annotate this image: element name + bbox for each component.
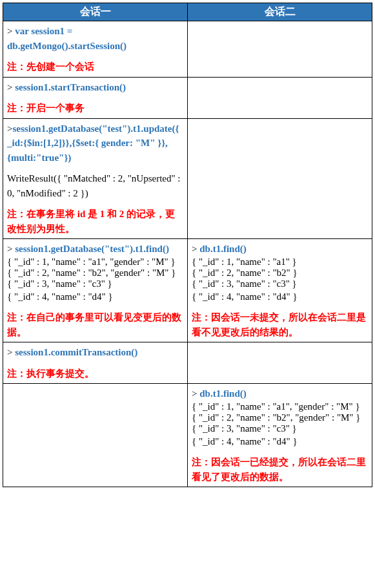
note-text: 注：在事务里将 id 是 1 和 2 的记录，更改性别为男性。	[7, 207, 183, 236]
command-text: session1.commitTransaction()	[15, 347, 137, 357]
cell-s2: > db.t1.find() { "_id" : 1, "name" : "a1…	[188, 384, 372, 487]
result-line: { "_id" : 4, "name" : "d4" }	[7, 289, 183, 304]
cell-s2: > db.t1.find() { "_id" : 1, "name" : "a1…	[188, 239, 372, 342]
session-comparison-table: 会话一 会话二 > var session1 = db.getMongo().s…	[3, 3, 372, 487]
table-row: > session1.commitTransaction() 注：执行事务提交。	[3, 342, 372, 384]
cell-s1: > session1.getDatabase("test").t1.find()…	[3, 239, 188, 342]
result-line: { "_id" : 3, "name" : "c3" }	[192, 278, 368, 289]
cell-s2	[188, 77, 372, 118]
result-line: { "_id" : 2, "name" : "b2", "gender" : "…	[192, 412, 368, 423]
table-row: > var session1 = db.getMongo().startSess…	[3, 21, 372, 78]
col-header-session1: 会话一	[3, 3, 188, 21]
cell-s2	[188, 118, 372, 239]
result-line: { "_id" : 4, "name" : "d4" }	[192, 434, 368, 449]
result-line: { "_id" : 2, "name" : "b2", "gender" : "…	[7, 268, 183, 278]
cell-s2	[188, 21, 372, 78]
result-line: { "_id" : 2, "name" : "b2" }	[192, 268, 368, 278]
command-text: session1.getDatabase("test").t1.find()	[15, 244, 169, 254]
note-text: 注：在自己的事务里可以看见变更后的数据。	[7, 310, 183, 339]
command-text: db.t1.find()	[199, 388, 247, 399]
note-text: 注：先创建一个会话	[7, 59, 183, 74]
col-header-session2: 会话二	[188, 3, 372, 21]
cell-s1: > session1.startTransaction() 注：开启一个事务	[3, 77, 188, 118]
command-text: session1.startTransaction()	[15, 82, 126, 92]
result-line: { "_id" : 3, "name" : "c3" }	[192, 423, 368, 434]
result-line: { "_id" : 3, "name" : "c3" }	[7, 278, 183, 289]
table-row: > db.t1.find() { "_id" : 1, "name" : "a1…	[3, 384, 372, 487]
cell-s2	[188, 342, 372, 384]
table-row: >session1.getDatabase("test").t1.update(…	[3, 118, 372, 239]
note-text: 注：执行事务提交。	[7, 366, 183, 381]
output-text: WriteResult({ "nMatched" : 2, "nUpserted…	[7, 171, 183, 200]
table-row: > session1.getDatabase("test").t1.find()…	[3, 239, 372, 342]
result-line: { "_id" : 1, "name" : "a1" }	[192, 257, 368, 268]
cell-s1	[3, 384, 188, 487]
cell-s1: > var session1 = db.getMongo().startSess…	[3, 21, 188, 78]
cell-s1: >session1.getDatabase("test").t1.update(…	[3, 118, 188, 239]
note-text: 注：因会话一已经提交，所以在会话二里看见了更改后的数据。	[192, 455, 368, 484]
result-line: { "_id" : 1, "name" : "a1", "gender" : "…	[7, 257, 183, 268]
command-text: db.t1.find()	[199, 244, 247, 254]
command-text: var session1 = db.getMongo().startSessio…	[7, 26, 127, 51]
cell-s1: > session1.commitTransaction() 注：执行事务提交。	[3, 342, 188, 384]
table-row: > session1.startTransaction() 注：开启一个事务	[3, 77, 372, 118]
note-text: 注：开启一个事务	[7, 101, 183, 116]
result-line: { "_id" : 1, "name" : "a1", "gender" : "…	[192, 401, 368, 412]
note-text: 注：因会话一未提交，所以在会话二里是看不见更改后的结果的。	[192, 310, 368, 339]
result-line: { "_id" : 4, "name" : "d4" }	[192, 289, 368, 304]
command-text: session1.getDatabase("test").t1.update({…	[7, 123, 179, 163]
